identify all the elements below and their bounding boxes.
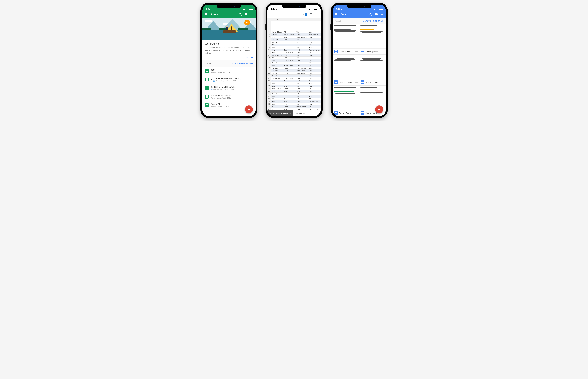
column-header[interactable] — [267, 18, 271, 21]
comment-button[interactable] — [310, 13, 313, 16]
cell[interactable]: POM — [308, 95, 321, 98]
cell[interactable]: Relax — [271, 95, 283, 98]
sheet-row[interactable]: 32RelaxTipsLinksHome Screens — [267, 100, 321, 103]
home-indicator[interactable] — [285, 114, 303, 115]
cell[interactable]: Links — [271, 90, 283, 93]
cell[interactable]: Graham Favorite TV of 2014 — [283, 77, 296, 79]
cell[interactable] — [271, 26, 283, 28]
cell[interactable] — [271, 23, 283, 26]
file-item[interactable]: New tweet from search Opened by me Aug 2… — [202, 92, 256, 101]
cell[interactable]: Relax — [283, 72, 296, 74]
sheet-row[interactable]: 13RelaxHome Screens (FV iPhone 6)LinksTi… — [267, 51, 321, 54]
cell[interactable]: POM — [308, 98, 321, 100]
row-number[interactable]: 9 — [267, 41, 271, 44]
sort-button[interactable]: ↓ LAST OPENED BY ME — [232, 62, 253, 65]
cell[interactable]: POM — [308, 36, 321, 38]
sheet-row[interactable]: 5Weekend DealsPOMTipsLinks — [267, 31, 321, 33]
cell[interactable]: POM — [296, 80, 308, 82]
more-button[interactable] — [315, 13, 319, 16]
back-button[interactable] — [269, 13, 273, 16]
row-number[interactable]: 20 — [267, 69, 271, 72]
cell[interactable]: Relax — [283, 87, 296, 90]
cell[interactable]: Sponsor — [271, 33, 283, 36]
sheet-row[interactable]: 35MCTipsLinksHome Screens — [267, 108, 321, 110]
cell[interactable]: Tips — [296, 95, 308, 98]
row-number[interactable]: 26 — [267, 85, 271, 87]
row-number[interactable]: 27 — [267, 87, 271, 90]
file-more-button[interactable] — [251, 79, 253, 80]
cell[interactable]: Links — [271, 80, 283, 82]
cell[interactable]: Home Screens — [271, 75, 283, 77]
cell[interactable]: Links — [308, 67, 321, 69]
cell[interactable]: Tips — [308, 87, 321, 90]
file-item[interactable]: Quick Reference Guide to Weekly ★ 👥 Open… — [202, 75, 256, 84]
file-item[interactable]: Gold/Silver Lynel Drop Table 👥 Opened by… — [202, 84, 256, 92]
cell[interactable]: Tips — [296, 82, 308, 85]
cell[interactable]: MC — [271, 108, 283, 110]
row-number[interactable]: 12 — [267, 49, 271, 51]
cell[interactable]: MC — [271, 106, 283, 108]
cell[interactable]: Tips — [308, 77, 321, 79]
sheet-row[interactable]: 24LinksTipsPOMTips — [267, 80, 321, 82]
cell[interactable]: Also Great — [271, 38, 283, 41]
column-header[interactable]: F — [296, 18, 308, 21]
cell[interactable] — [296, 21, 308, 23]
cell[interactable]: #AskMSWeekly — [296, 106, 308, 108]
cell[interactable]: POM — [308, 57, 321, 59]
cell[interactable] — [296, 28, 308, 31]
row-number[interactable]: 8 — [267, 38, 271, 41]
cell[interactable]: Relax — [271, 82, 283, 85]
cell[interactable]: Tips — [296, 31, 308, 33]
cell[interactable]: Links — [283, 54, 296, 56]
cell[interactable]: Links — [283, 57, 296, 59]
cell[interactable]: Tips — [283, 90, 296, 93]
cell[interactable] — [271, 28, 283, 31]
row-number[interactable]: 2 — [267, 23, 271, 26]
cell[interactable]: Home Screens — [308, 100, 321, 103]
row-number[interactable]: 22 — [267, 75, 271, 77]
cell[interactable]: Links — [283, 62, 296, 64]
sheet-row[interactable]: 15RelaxLinksTipsPOM — [267, 57, 321, 59]
row-number[interactable]: 1 — [267, 21, 271, 23]
more-button[interactable] — [381, 13, 384, 16]
cell[interactable]: Links — [283, 85, 296, 87]
cell[interactable]: Tips — [296, 75, 308, 77]
cell[interactable]: Relax — [271, 59, 283, 62]
cell[interactable]: Home Screens — [308, 108, 321, 110]
sheet-row[interactable]: 26RelaxLinksTipsPOM — [267, 85, 321, 87]
cell[interactable]: POM — [308, 82, 321, 85]
cell[interactable]: POM — [296, 49, 308, 51]
sheet-row[interactable]: 4 — [267, 28, 321, 31]
cell[interactable]: POM — [308, 44, 321, 46]
row-number[interactable]: 32 — [267, 100, 271, 103]
sheet-row[interactable]: 17Home Screens (Others)LinksTipsPOM — [267, 62, 321, 64]
cell[interactable] — [271, 21, 283, 23]
add-tab-button[interactable]: + — [315, 111, 321, 116]
doc-card[interactable]: Canvas…t Show — [333, 55, 359, 85]
row-number[interactable]: 24 — [267, 80, 271, 82]
more-button[interactable] — [250, 13, 254, 16]
cell[interactable] — [283, 23, 296, 26]
doc-more-button[interactable] — [355, 113, 358, 113]
row-number[interactable]: 6 — [267, 33, 271, 36]
sheet-row[interactable]: 16RelaxHome Screens (Others)LinksTips — [267, 59, 321, 62]
cell[interactable]: From the Archive — [308, 49, 321, 51]
folder-button[interactable] — [245, 13, 248, 16]
sheet-row[interactable]: 10RelaxLinksTipsPOM — [267, 44, 321, 46]
cell[interactable]: POM — [308, 62, 321, 64]
sheet-row[interactable]: 29Home ScreensRelaxLinksTips — [267, 93, 321, 95]
cell[interactable]: Also Great — [271, 41, 283, 44]
sheet-row[interactable]: 34MCRelax#AskMSWeeklyTips — [267, 106, 321, 108]
spreadsheet[interactable]: DEFG 12345Weekend DealsPOMTipsLinks6Spon… — [267, 18, 321, 110]
cell[interactable]: Home Screens (iPhone) — [296, 36, 308, 38]
cell[interactable]: Relax — [271, 64, 283, 67]
home-indicator[interactable] — [350, 114, 368, 115]
cell[interactable]: Links — [296, 51, 308, 54]
cell[interactable]: Home Screens (Others) — [283, 64, 296, 67]
sheet-row[interactable]: 28LinksTipsPOMTips — [267, 90, 321, 93]
doc-more-button[interactable] — [382, 51, 384, 52]
cell[interactable]: Links — [283, 44, 296, 46]
row-number[interactable]: 15 — [267, 57, 271, 59]
doc-card[interactable]: Remas…Topics — [333, 85, 359, 116]
cell[interactable]: Links — [296, 33, 308, 36]
